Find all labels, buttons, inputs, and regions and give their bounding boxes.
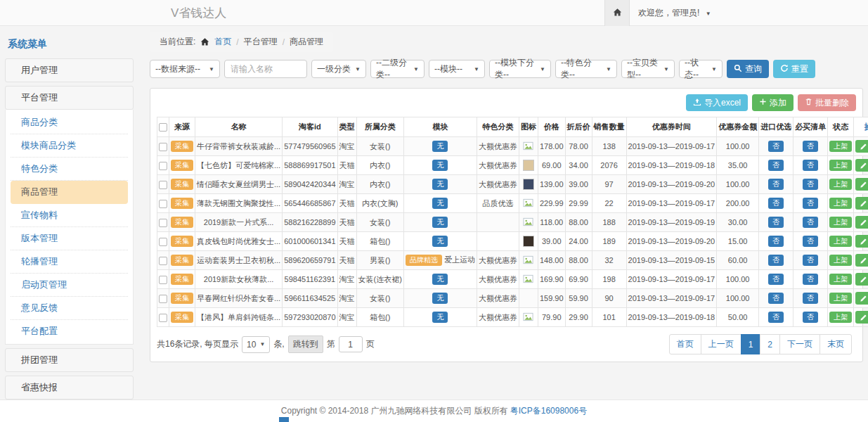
pagination-next-page[interactable]: 下一页 xyxy=(779,334,820,354)
sidebar-item-version-mgmt[interactable]: 版本管理 xyxy=(11,227,128,250)
edit-button[interactable] xyxy=(855,273,868,286)
must-buy-toggle[interactable]: 否 xyxy=(803,274,818,285)
must-buy-toggle[interactable]: 否 xyxy=(803,179,818,190)
import-select-toggle[interactable]: 否 xyxy=(768,160,784,171)
query-button[interactable]: 查询 xyxy=(727,60,769,78)
edit-button[interactable] xyxy=(855,292,868,305)
status-toggle[interactable]: 上架 xyxy=(829,217,852,228)
row-checkbox[interactable] xyxy=(159,181,167,189)
must-buy-toggle[interactable]: 否 xyxy=(803,217,818,228)
sidebar-item-promo-material[interactable]: 宣传物料 xyxy=(11,204,128,227)
row-checkbox[interactable] xyxy=(159,200,167,208)
edit-button[interactable] xyxy=(855,235,868,248)
import-select-toggle[interactable]: 否 xyxy=(768,217,784,228)
module-badge[interactable]: 无 xyxy=(432,274,448,285)
module-badge[interactable]: 无 xyxy=(432,293,448,304)
user-menu[interactable]: 欢迎您，管理员! ▼ xyxy=(638,0,711,27)
row-checkbox[interactable] xyxy=(159,219,167,227)
import-select-toggle[interactable]: 否 xyxy=(768,236,784,247)
status-toggle[interactable]: 上架 xyxy=(829,312,852,323)
jump-to-button[interactable]: 跳转到 xyxy=(288,335,323,353)
must-buy-toggle[interactable]: 否 xyxy=(803,255,818,266)
status-toggle[interactable]: 上架 xyxy=(829,274,852,285)
must-buy-toggle[interactable]: 否 xyxy=(803,198,818,209)
module-badge[interactable]: 无 xyxy=(432,179,448,190)
import-select-toggle[interactable]: 否 xyxy=(768,198,784,209)
page-size-select[interactable]: 10 ▼ xyxy=(242,336,270,353)
sidebar-item-platform-config[interactable]: 平台配置 xyxy=(11,320,128,343)
sidebar-item-splash-page-mgmt[interactable]: 启动页管理 xyxy=(11,274,128,297)
import-select-toggle[interactable]: 否 xyxy=(768,293,784,304)
row-checkbox[interactable] xyxy=(159,143,167,151)
pagination-page-2[interactable]: 2 xyxy=(760,334,780,354)
row-checkbox[interactable] xyxy=(159,162,167,170)
edit-button[interactable] xyxy=(855,197,868,210)
sidebar-item-feedback[interactable]: 意见反馈 xyxy=(11,297,128,320)
status-toggle[interactable]: 上架 xyxy=(829,160,852,171)
sidebar-item-user-mgmt[interactable]: 用户管理 xyxy=(5,58,134,82)
sidebar-item-carousel-mgmt[interactable]: 轮播管理 xyxy=(11,250,128,274)
must-buy-toggle[interactable]: 否 xyxy=(803,312,818,323)
status-toggle[interactable]: 上架 xyxy=(829,236,852,247)
back-to-top-sliver[interactable] xyxy=(279,417,289,422)
pagination-first-page[interactable]: 首页 xyxy=(669,334,701,354)
sidebar-item-group-buy-mgmt[interactable]: 拼团管理 xyxy=(5,348,134,372)
pagination-page-1[interactable]: 1 xyxy=(741,334,761,354)
status-toggle[interactable]: 上架 xyxy=(829,179,852,190)
row-checkbox[interactable] xyxy=(159,276,167,284)
row-checkbox[interactable] xyxy=(159,238,167,246)
breadcrumb-home-link[interactable]: 首页 xyxy=(214,36,231,48)
edit-button[interactable] xyxy=(855,140,868,153)
filter-data-source[interactable]: --数据来源--▼ xyxy=(150,60,220,78)
module-badge[interactable]: 无 xyxy=(432,198,448,209)
jump-page-input[interactable] xyxy=(339,336,363,352)
filter-item-type[interactable]: --宝贝类型--▼ xyxy=(621,60,675,78)
filter-level1-category[interactable]: 一级分类▼ xyxy=(311,60,366,78)
row-checkbox[interactable] xyxy=(159,295,167,303)
reset-button[interactable]: 重置 xyxy=(773,60,815,78)
filter-level2-category[interactable]: --二级分类--▼ xyxy=(370,60,425,78)
import-select-toggle[interactable]: 否 xyxy=(768,141,784,152)
filter-name-input[interactable] xyxy=(224,60,307,78)
filter-module-sub-category[interactable]: --模块下分类--▼ xyxy=(489,60,551,78)
select-all-checkbox[interactable] xyxy=(159,123,167,132)
edit-button[interactable] xyxy=(855,311,868,324)
edit-button[interactable] xyxy=(855,178,868,191)
import-select-toggle[interactable]: 否 xyxy=(768,274,784,285)
edit-button[interactable] xyxy=(855,159,868,172)
sidebar-item-goods-mgmt[interactable]: 商品管理 xyxy=(11,181,128,204)
edit-button[interactable] xyxy=(855,254,868,267)
import-excel-button[interactable]: 导入excel xyxy=(686,94,748,111)
import-select-toggle[interactable]: 否 xyxy=(768,179,784,190)
module-badge[interactable]: 无 xyxy=(432,160,448,171)
pagination-prev-page[interactable]: 上一页 xyxy=(701,334,741,354)
module-badge[interactable]: 品牌精选 xyxy=(406,255,442,266)
add-button[interactable]: 添加 xyxy=(752,94,793,111)
filter-feature-category[interactable]: --特色分类--▼ xyxy=(555,60,617,78)
import-select-toggle[interactable]: 否 xyxy=(768,255,784,266)
status-toggle[interactable]: 上架 xyxy=(829,255,852,266)
must-buy-toggle[interactable]: 否 xyxy=(803,160,818,171)
module-badge[interactable]: 无 xyxy=(432,236,448,247)
filter-status[interactable]: --状态--▼ xyxy=(679,60,723,78)
icp-link[interactable]: 粤ICP备16098006号 xyxy=(510,405,587,417)
module-badge[interactable]: 无 xyxy=(432,217,448,228)
sidebar-item-module-goods-category[interactable]: 模块商品分类 xyxy=(11,134,128,158)
must-buy-toggle[interactable]: 否 xyxy=(803,293,818,304)
import-select-toggle[interactable]: 否 xyxy=(768,312,784,323)
status-toggle[interactable]: 上架 xyxy=(829,198,852,209)
home-button[interactable] xyxy=(604,0,630,26)
status-toggle[interactable]: 上架 xyxy=(829,293,852,304)
sidebar-item-platform-mgmt[interactable]: 平台管理 xyxy=(5,86,134,110)
edit-button[interactable] xyxy=(855,216,868,229)
filter-module[interactable]: --模块--▼ xyxy=(429,60,485,78)
status-toggle[interactable]: 上架 xyxy=(829,141,852,152)
row-checkbox[interactable] xyxy=(159,314,167,322)
batch-delete-button[interactable]: 批量删除 xyxy=(798,94,856,111)
module-badge[interactable]: 无 xyxy=(432,141,448,152)
module-badge[interactable]: 无 xyxy=(432,312,448,323)
must-buy-toggle[interactable]: 否 xyxy=(803,236,818,247)
must-buy-toggle[interactable]: 否 xyxy=(803,141,818,152)
pagination-last-page[interactable]: 末页 xyxy=(820,334,852,354)
sidebar-item-feature-category[interactable]: 特色分类 xyxy=(11,158,128,181)
